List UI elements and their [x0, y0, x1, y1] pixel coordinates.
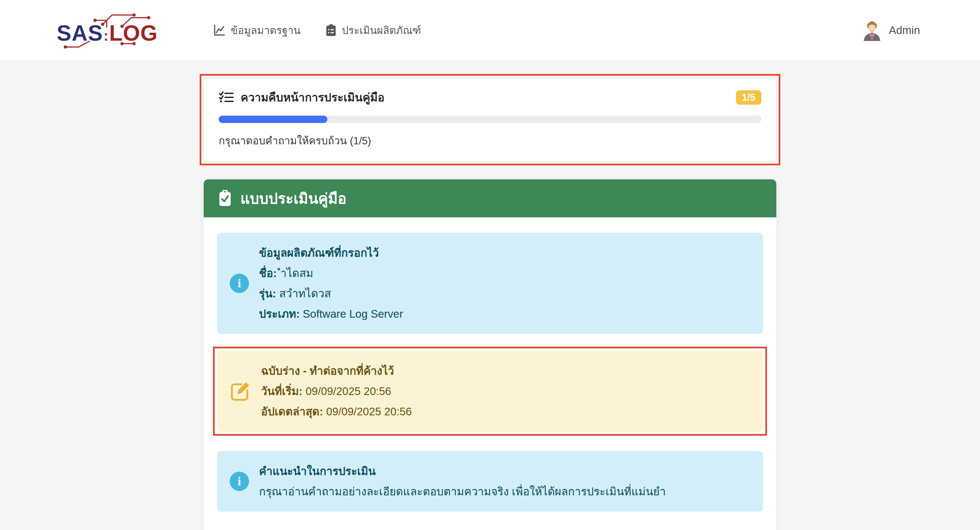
brand-logo[interactable]: SAS : LOG: [57, 9, 163, 52]
app-header: SAS : LOG ข้อมูลมาตรฐาน ประเมินผลิตภัณฑ์: [0, 0, 980, 60]
pencil-square-icon: [230, 381, 251, 402]
progress-card-wrapper: ความคืบหน้าการประเมินคู่มือ 1/5 กรุณาตอบ…: [204, 78, 776, 161]
page-content: ความคืบหน้าการประเมินคู่มือ 1/5 กรุณาตอบ…: [204, 60, 776, 530]
nav-item-standards-data[interactable]: ข้อมูลมาตรฐาน: [213, 22, 301, 39]
draft-last-update: อัปเดตล่าสุด: 09/09/2025 20:56: [261, 401, 412, 422]
clipboard-check-icon: [218, 190, 232, 207]
user-name: Admin: [889, 24, 920, 37]
user-menu[interactable]: Admin: [861, 20, 920, 41]
info-icon: i: [230, 274, 249, 293]
avatar: [861, 20, 883, 41]
progress-badge: 1/5: [736, 90, 761, 105]
instructions-box: i คำแนะนำในการประเมิน กรุณาอ่านคำถามอย่า…: [217, 451, 763, 512]
draft-box-wrapper: ฉบับร่าง - ทำต่อจากที่ค้างไว้ วันที่เริ่…: [217, 351, 763, 432]
progress-bar: [219, 116, 761, 123]
nav-item-evaluate-product[interactable]: ประเมินผลิตภัณฑ์: [325, 22, 421, 39]
progress-card: ความคืบหน้าการประเมินคู่มือ 1/5 กรุณาตอบ…: [204, 78, 776, 161]
progress-title: ความคืบหน้าการประเมินคู่มือ: [241, 88, 384, 106]
logo-separator: :: [103, 27, 109, 44]
draft-title: ฉบับร่าง - ทำต่อจากที่ค้างไว้: [261, 361, 412, 381]
main-nav: ข้อมูลมาตรฐาน ประเมินผลิตภัณฑ์: [213, 22, 421, 39]
draft-notice-box: ฉบับร่าง - ทำต่อจากที่ค้างไว้ วันที่เริ่…: [217, 351, 763, 432]
product-info-box: i ข้อมูลผลิตภัณฑ์ที่กรอกไว้ ชื่อ: ำไดสม …: [217, 233, 763, 334]
product-field-model: รุ่น: สวำทไดวส: [259, 283, 403, 304]
logo-text-sas: SAS: [57, 20, 103, 46]
product-field-name: ชื่อ: ำไดสม: [259, 263, 403, 283]
list-check-icon: [219, 91, 234, 104]
progress-caption: กรุณาตอบคำถามให้ครบถ้วน (1/5): [219, 132, 761, 149]
assessment-title: แบบประเมินคู่มือ: [240, 187, 346, 210]
line-chart-icon: [213, 24, 225, 36]
info-icon: i: [230, 472, 249, 491]
draft-start-date: วันที่เริ่ม: 09/09/2025 20:56: [261, 381, 412, 401]
logo-text-log: LOG: [109, 20, 158, 46]
instructions-title: คำแนะนำในการประเมิน: [259, 461, 666, 481]
progress-fill: [219, 116, 327, 123]
nav-label: ประเมินผลิตภัณฑ์: [342, 22, 421, 39]
instructions-text: กรุณาอ่านคำถามอย่างละเอียดและตอบตามความจ…: [259, 481, 666, 502]
assessment-card: แบบประเมินคู่มือ i ข้อมูลผลิตภัณฑ์ที่กรอ…: [204, 179, 776, 530]
clipboard-list-icon: [325, 24, 337, 37]
assessment-card-body: i ข้อมูลผลิตภัณฑ์ที่กรอกไว้ ชื่อ: ำไดสม …: [204, 217, 776, 530]
product-info-title: ข้อมูลผลิตภัณฑ์ที่กรอกไว้: [259, 243, 403, 263]
product-field-type: ประเภท: Software Log Server: [259, 304, 403, 324]
nav-label: ข้อมูลมาตรฐาน: [231, 22, 301, 39]
assessment-card-header: แบบประเมินคู่มือ: [204, 179, 776, 217]
